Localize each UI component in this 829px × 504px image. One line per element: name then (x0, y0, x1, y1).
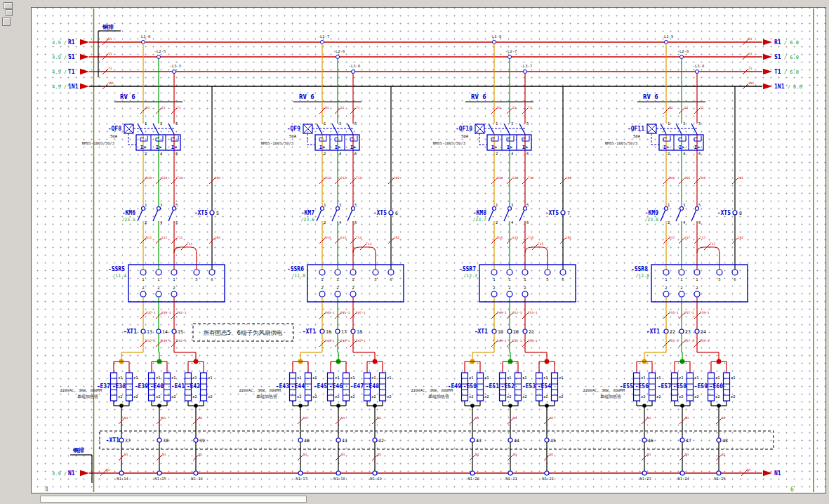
thermal-element (335, 136, 342, 142)
breaker-label: -QF8 (108, 126, 121, 132)
ssr-terminal (522, 291, 528, 297)
heater-element (649, 373, 656, 401)
heater-element (515, 373, 522, 401)
xt5-label: -XT5 (373, 210, 387, 216)
ssr-terminal-number: 1 (524, 277, 526, 281)
pole-number: 6 (175, 152, 178, 156)
heater-label: -E39 (135, 383, 148, 390)
heater-label: -E57 (658, 383, 671, 390)
contactor-contact (691, 210, 696, 221)
thermal-element (491, 136, 498, 142)
contactor-label: -KM8 (473, 210, 486, 216)
bus-tap (352, 70, 355, 74)
element-terminal-label: z2 (156, 394, 161, 399)
ssr-terminal-number: 5 (718, 277, 720, 281)
neutral-bus-connector (545, 471, 549, 475)
neutral-bus-connector (336, 471, 340, 475)
bus-wire-tag: 1N1 (108, 81, 114, 85)
drawing-canvas[interactable]: 464.9 /R1R1/ 6.0R1R14.9 /S1S1/ 6.0S1S14.… (32, 8, 825, 493)
element-terminal-label: z1 (484, 376, 489, 380)
overcurrent-symbol: I> (491, 145, 497, 150)
heater-spec: 220VAC, 3KW, 800MM (583, 388, 625, 392)
overcurrent-symbol: I> (350, 145, 356, 150)
element-terminal-label: z2 (312, 394, 317, 399)
wire-tag: R12 (325, 176, 331, 180)
pole-number: 5 (354, 203, 357, 207)
neutral-link-label: -N1:14 (114, 477, 129, 481)
contactor-terminal (142, 207, 145, 211)
tap-wire-label: -L2-6 (333, 49, 345, 53)
pole-number: 6 (354, 220, 357, 225)
wire-tag: N1 (647, 453, 651, 456)
contactor-terminal (173, 207, 176, 211)
wire-tag: E43-1 (325, 311, 335, 314)
xt1-terminal (523, 329, 527, 333)
wire-tag: 1N1 (566, 176, 571, 180)
pole-number: 2 (496, 152, 498, 156)
breaker-rating: 50A (461, 134, 469, 138)
rv-label: RV 6 (471, 93, 486, 100)
element-terminal-label: z1 (192, 376, 197, 380)
breaker-label: -QF9 (287, 126, 300, 132)
heater-spec: 单端加热管 (600, 394, 621, 399)
element-terminal-label: z1 (641, 376, 646, 380)
terminal-number: 42 (378, 438, 384, 444)
thermal-element (350, 136, 357, 142)
ssr-ref: /11.8 (291, 273, 305, 279)
ssr-terminal-number: 2 (665, 286, 667, 290)
pole-number: 1 (324, 203, 326, 207)
contactor-contact (661, 210, 665, 221)
wire-tag: T11 (187, 242, 192, 246)
pole-number: 4 (511, 152, 514, 156)
wire-tag: E37-1 (146, 339, 156, 343)
zone-number: 6 (790, 486, 794, 493)
contactor-terminal (508, 207, 512, 211)
pole-number: 5 (175, 121, 178, 126)
neutral-bus-connector (157, 471, 161, 475)
heater-element (201, 373, 207, 401)
wire-tag: T1 (177, 106, 181, 110)
terminal-number: 21 (529, 329, 534, 335)
toolbar-icon (6, 9, 13, 16)
xt1-terminal (664, 329, 668, 333)
wire-tag: N1 (722, 453, 726, 456)
bus-name: S1 (68, 54, 75, 60)
ssr-ref: /11.4 (112, 273, 126, 279)
wire-tag: T15 (538, 242, 543, 246)
wire-tag: N1 (685, 416, 689, 420)
xt5-terminal (561, 211, 565, 215)
wire-tag: 1N1 (738, 236, 743, 239)
wire-tag: T15 (528, 236, 533, 239)
wire-tag: T1 (528, 106, 532, 110)
heater-label: -E41 (171, 383, 185, 390)
breaker-rating: 50A (289, 134, 297, 138)
pole-number: 4 (683, 152, 686, 156)
heater-spec: 单端加热管 (256, 394, 277, 399)
terminal-number: 41 (342, 438, 347, 444)
bus-wire-tag: R1 (748, 37, 752, 41)
contactor-terminal (336, 207, 340, 211)
pole-number: 4 (511, 220, 514, 225)
ssr-terminal (194, 270, 199, 275)
ssr-terminal (679, 270, 684, 275)
wire-tag: N1 (162, 416, 166, 420)
contactor-contact (317, 210, 321, 221)
ssr-terminal-number: 1 (696, 277, 698, 281)
xt1-terminal (717, 438, 721, 442)
wire-tag: E45-1 (340, 339, 350, 343)
overcurrent-symbol: I> (335, 145, 340, 150)
ssr-terminal-number: 5 (195, 277, 197, 281)
heater-spec: 220VAC, 3KW, 800MM (239, 388, 281, 392)
overcurrent-symbol: I> (679, 145, 684, 150)
terminal-number: 6 (395, 211, 398, 216)
element-terminal-label: z2 (208, 394, 213, 399)
wire-tag: R1 (325, 106, 329, 110)
ssr-terminal (491, 291, 497, 297)
horizontal-scrollbar[interactable] (40, 496, 307, 503)
contactor-contact (504, 210, 509, 221)
terminal-number: 39 (199, 438, 205, 444)
ssr-terminal (663, 291, 669, 297)
thermal-element (156, 136, 163, 142)
drawing-area-frame: 464.9 /R1R1/ 6.0R1R14.9 /S1S1/ 6.0S1S14.… (31, 7, 826, 493)
wire-tag: E49-1 (497, 339, 507, 343)
